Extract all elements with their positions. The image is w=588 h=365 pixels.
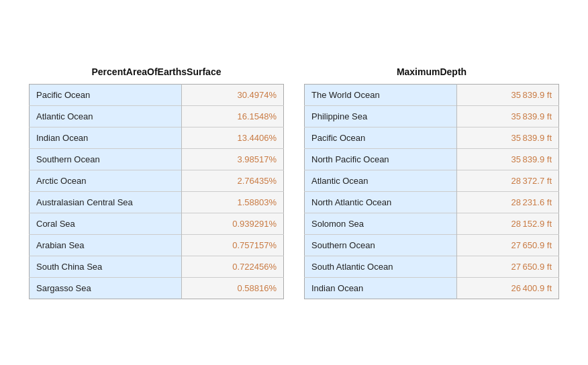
ocean-depth: 35 839.9 ft	[457, 84, 559, 105]
ocean-name: North Pacific Ocean	[305, 148, 457, 170]
ocean-name: Southern Ocean	[30, 148, 182, 170]
table-row: Pacific Ocean 30.4974%	[30, 84, 284, 105]
ocean-name: Pacific Ocean	[305, 127, 457, 148]
left-table-title: PercentAreaOfEarthsSurface	[29, 66, 284, 77]
left-table: Pacific Ocean 30.4974% Atlantic Ocean 16…	[29, 84, 284, 299]
table-row: Arabian Sea 0.757157%	[30, 234, 284, 256]
table-row: Solomon Sea 28 152.9 ft	[305, 213, 559, 234]
ocean-name: Arctic Ocean	[30, 170, 182, 191]
table-row: Atlantic Ocean 16.1548%	[30, 105, 284, 127]
ocean-value: 3.98517%	[182, 148, 284, 170]
ocean-value: 1.58803%	[182, 191, 284, 213]
ocean-name: Southern Ocean	[305, 234, 457, 256]
table-row: Southern Ocean 3.98517%	[30, 148, 284, 170]
table-row: Coral Sea 0.939291%	[30, 213, 284, 234]
ocean-depth: 28 152.9 ft	[457, 213, 559, 234]
ocean-depth: 27 650.9 ft	[457, 234, 559, 256]
table-row: Indian Ocean 13.4406%	[30, 127, 284, 148]
ocean-value: 30.4974%	[182, 84, 284, 105]
ocean-value: 0.722456%	[182, 256, 284, 277]
ocean-depth: 28 231.6 ft	[457, 191, 559, 213]
ocean-value: 2.76435%	[182, 170, 284, 191]
table-row: Indian Ocean 26 400.9 ft	[305, 277, 559, 299]
ocean-value: 0.58816%	[182, 277, 284, 299]
ocean-name: North Atlantic Ocean	[305, 191, 457, 213]
ocean-name: Arabian Sea	[30, 234, 182, 256]
table-row: Southern Ocean 27 650.9 ft	[305, 234, 559, 256]
table-row: South China Sea 0.722456%	[30, 256, 284, 277]
ocean-depth: 27 650.9 ft	[457, 256, 559, 277]
ocean-value: 16.1548%	[182, 105, 284, 127]
ocean-name: Pacific Ocean	[30, 84, 182, 105]
main-container: PercentAreaOfEarthsSurface Pacific Ocean…	[13, 66, 575, 299]
ocean-name: Philippine Sea	[305, 105, 457, 127]
table-row: Australasian Central Sea 1.58803%	[30, 191, 284, 213]
ocean-name: South China Sea	[30, 256, 182, 277]
table-row: Sargasso Sea 0.58816%	[30, 277, 284, 299]
ocean-name: Indian Ocean	[305, 277, 457, 299]
ocean-depth: 35 839.9 ft	[457, 148, 559, 170]
right-table-section: MaximumDepth The World Ocean 35 839.9 ft…	[304, 66, 559, 299]
ocean-name: Atlantic Ocean	[305, 170, 457, 191]
table-row: Atlantic Ocean 28 372.7 ft	[305, 170, 559, 191]
ocean-name: Solomon Sea	[305, 213, 457, 234]
table-row: Pacific Ocean 35 839.9 ft	[305, 127, 559, 148]
left-table-section: PercentAreaOfEarthsSurface Pacific Ocean…	[29, 66, 284, 299]
ocean-name: Indian Ocean	[30, 127, 182, 148]
table-row: South Atlantic Ocean 27 650.9 ft	[305, 256, 559, 277]
ocean-depth: 35 839.9 ft	[457, 127, 559, 148]
ocean-name: Australasian Central Sea	[30, 191, 182, 213]
ocean-value: 13.4406%	[182, 127, 284, 148]
ocean-name: The World Ocean	[305, 84, 457, 105]
ocean-value: 0.757157%	[182, 234, 284, 256]
ocean-depth: 35 839.9 ft	[457, 105, 559, 127]
ocean-name: South Atlantic Ocean	[305, 256, 457, 277]
table-row: The World Ocean 35 839.9 ft	[305, 84, 559, 105]
ocean-value: 0.939291%	[182, 213, 284, 234]
table-row: North Atlantic Ocean 28 231.6 ft	[305, 191, 559, 213]
ocean-depth: 26 400.9 ft	[457, 277, 559, 299]
ocean-name: Coral Sea	[30, 213, 182, 234]
ocean-name: Atlantic Ocean	[30, 105, 182, 127]
table-row: Philippine Sea 35 839.9 ft	[305, 105, 559, 127]
table-row: North Pacific Ocean 35 839.9 ft	[305, 148, 559, 170]
right-table-title: MaximumDepth	[304, 66, 559, 77]
ocean-name: Sargasso Sea	[30, 277, 182, 299]
table-row: Arctic Ocean 2.76435%	[30, 170, 284, 191]
ocean-depth: 28 372.7 ft	[457, 170, 559, 191]
right-table: The World Ocean 35 839.9 ft Philippine S…	[304, 84, 559, 299]
